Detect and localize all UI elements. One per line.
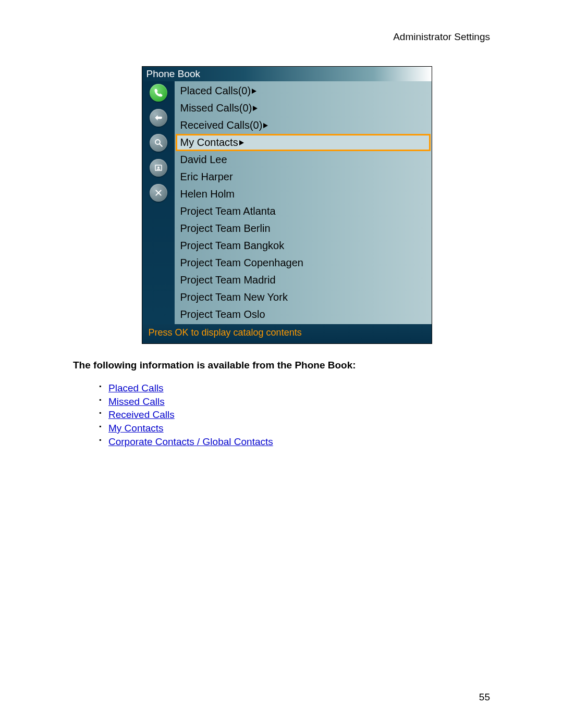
search-icon[interactable]: [150, 134, 167, 152]
list-item-label: Missed Calls(0): [180, 102, 252, 114]
call-icon[interactable]: [150, 84, 167, 102]
link-item: Placed Calls: [99, 381, 495, 395]
folder-placed-calls[interactable]: Placed Calls(0): [176, 82, 431, 100]
list-item-label: Received Calls(0): [180, 119, 263, 131]
arrow-right-icon: [239, 140, 244, 145]
list-item-label: My Contacts: [180, 137, 238, 148]
link-item: Missed Calls: [99, 395, 495, 409]
link-corporate-contacts[interactable]: Corporate Contacts / Global Contacts: [108, 436, 273, 447]
link-item: Corporate Contacts / Global Contacts: [99, 435, 495, 449]
section-heading: The following information is available f…: [73, 360, 495, 371]
contact-item[interactable]: Project Team Madrid: [176, 272, 431, 289]
link-received-calls[interactable]: Received Calls: [108, 409, 175, 420]
contact-item[interactable]: Project Team Atlanta: [176, 203, 431, 220]
link-item: My Contacts: [99, 422, 495, 435]
close-icon[interactable]: [150, 184, 167, 202]
contact-item[interactable]: Project Team Copenhagen: [176, 254, 431, 272]
folder-received-calls[interactable]: Received Calls(0): [176, 117, 431, 134]
svg-point-3: [157, 166, 160, 168]
page-header: Administrator Settings: [78, 31, 495, 43]
link-item: Received Calls: [99, 408, 495, 422]
link-placed-calls[interactable]: Placed Calls: [108, 382, 164, 393]
phonebook-footer: Press OK to display catalog contents: [142, 324, 432, 343]
arrow-right-icon: [253, 106, 258, 111]
back-icon[interactable]: [150, 109, 167, 127]
list-item-label: Placed Calls(0): [180, 85, 251, 96]
phonebook-panel: Phone Book: [142, 66, 432, 344]
folder-missed-calls[interactable]: Missed Calls(0): [176, 100, 431, 117]
link-missed-calls[interactable]: Missed Calls: [108, 396, 165, 407]
link-my-contacts[interactable]: My Contacts: [108, 423, 164, 434]
contact-item[interactable]: Project Team Berlin: [176, 220, 431, 237]
arrow-right-icon: [252, 89, 256, 94]
page-number: 55: [479, 692, 490, 703]
contact-item[interactable]: David Lee: [176, 151, 431, 168]
contact-item[interactable]: Project Team Oslo: [176, 306, 431, 323]
svg-line-1: [160, 144, 162, 146]
contact-item[interactable]: Project Team New York: [176, 289, 431, 306]
contact-item[interactable]: Eric Harper: [176, 168, 431, 186]
contact-item[interactable]: Project Team Bangkok: [176, 237, 431, 254]
add-contact-icon[interactable]: [150, 159, 167, 177]
phonebook-icon-column: [142, 81, 175, 324]
phonebook-list: Placed Calls(0) Missed Calls(0) Received…: [175, 81, 432, 324]
link-list: Placed Calls Missed Calls Received Calls…: [78, 381, 495, 448]
folder-my-contacts[interactable]: My Contacts: [176, 134, 431, 151]
contact-item[interactable]: Helen Holm: [176, 186, 431, 203]
phonebook-title: Phone Book: [142, 67, 432, 81]
arrow-right-icon: [263, 123, 268, 128]
